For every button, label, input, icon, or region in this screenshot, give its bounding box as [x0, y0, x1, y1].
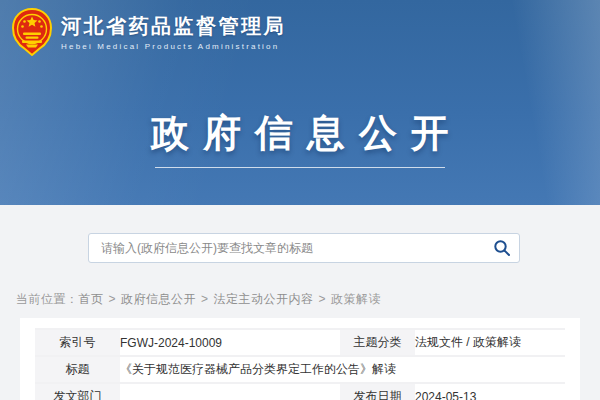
- document-info-table: 索引号 FGWJ-2024-10009 主题分类 法规文件 / 政策解读 标题 …: [35, 328, 565, 400]
- breadcrumb-separator: >: [109, 292, 117, 306]
- search-box: [88, 233, 520, 263]
- table-row: 索引号 FGWJ-2024-10009 主题分类 法规文件 / 政策解读: [35, 329, 565, 356]
- content-area: 当前位置：首页>政府信息公开>法定主动公开内容>政策解读 索引号 FGWJ-20…: [0, 205, 600, 400]
- breadcrumb-separator: >: [201, 292, 209, 306]
- page-banner: 河北省药品监督管理局 Hebei Medical Products Admini…: [0, 0, 600, 205]
- breadcrumb-separator: >: [319, 292, 327, 306]
- index-number-value: FGWJ-2024-10009: [120, 329, 340, 356]
- document-title-value: 《关于规范医疗器械产品分类界定工作的公告》解读: [120, 356, 565, 383]
- search-button[interactable]: [485, 234, 519, 262]
- table-row: 发文部门 发布日期 2024-05-13: [35, 383, 565, 400]
- site-logo[interactable]: 河北省药品监督管理局 Hebei Medical Products Admini…: [12, 8, 286, 56]
- page-title: 政府信息公开: [0, 108, 600, 159]
- search-icon: [493, 239, 511, 257]
- site-title-block: 河北省药品监督管理局 Hebei Medical Products Admini…: [61, 13, 286, 51]
- topic-category-label: 主题分类: [340, 329, 415, 356]
- document-title-label: 标题: [35, 356, 120, 383]
- breadcrumb-prefix: 当前位置：: [16, 292, 79, 306]
- org-name-en: Hebei Medical Products Administration: [61, 42, 286, 51]
- publish-date-value: 2024-05-13: [415, 383, 565, 400]
- national-emblem-icon: [12, 8, 52, 56]
- org-name-cn: 河北省药品监督管理局: [61, 13, 286, 39]
- breadcrumb-current: 政策解读: [331, 292, 381, 306]
- document-info-panel: 索引号 FGWJ-2024-10009 主题分类 法规文件 / 政策解读 标题 …: [20, 318, 580, 400]
- issuing-department-value: [120, 383, 340, 400]
- publish-date-label: 发布日期: [340, 383, 415, 400]
- breadcrumb-link-info-disclosure[interactable]: 政府信息公开: [121, 292, 196, 306]
- breadcrumb-link-statutory-disclosure[interactable]: 法定主动公开内容: [214, 292, 314, 306]
- search-input[interactable]: [89, 241, 485, 255]
- table-row: 标题 《关于规范医疗器械产品分类界定工作的公告》解读: [35, 356, 565, 383]
- title-divider: [155, 167, 445, 168]
- breadcrumb-link-home[interactable]: 首页: [79, 292, 104, 306]
- topic-category-value: 法规文件 / 政策解读: [415, 329, 565, 356]
- breadcrumb: 当前位置：首页>政府信息公开>法定主动公开内容>政策解读: [16, 291, 381, 308]
- issuing-department-label: 发文部门: [35, 383, 120, 400]
- index-number-label: 索引号: [35, 329, 120, 356]
